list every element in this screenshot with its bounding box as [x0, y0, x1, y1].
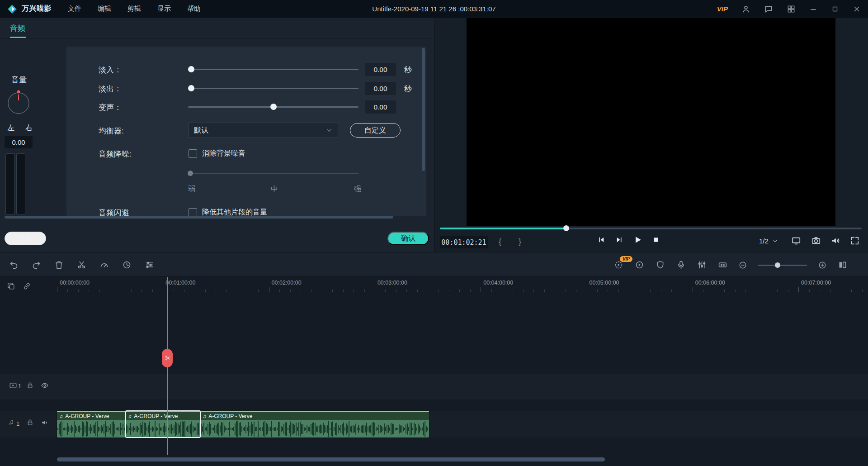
audio-track-note-icon: ♫	[8, 418, 14, 426]
menu-file[interactable]: 文件	[68, 5, 81, 13]
pitch-slider[interactable]	[188, 104, 359, 110]
ruler-label: 00:07:00:00	[801, 280, 831, 286]
record-mic-icon[interactable]	[676, 260, 686, 270]
volume-label: 音量	[11, 75, 27, 85]
zoom-out-icon[interactable]	[739, 261, 747, 269]
menu-view[interactable]: 显示	[157, 5, 171, 13]
redo-icon[interactable]	[32, 260, 41, 270]
panel-vertical-scrollbar[interactable]	[422, 48, 425, 171]
timeline-ruler[interactable]: 00:00:00:0000:01:00:0000:02:00:0000:03:0…	[0, 277, 868, 294]
audio-clip[interactable]: ♫A-GROUP - Verve	[57, 411, 126, 437]
timeline-zoom-handle[interactable]	[775, 262, 780, 268]
seek-bar[interactable]	[440, 228, 862, 229]
chevron-down-icon	[326, 127, 332, 133]
greenscreen-shield-icon[interactable]	[656, 260, 665, 270]
adjust-properties-icon[interactable]	[145, 260, 154, 270]
zoom-in-icon[interactable]	[818, 261, 826, 269]
menubar: 文件编辑剪辑显示帮助	[68, 5, 201, 13]
seek-bar-fill	[440, 228, 566, 229]
playhead-scissors-handle[interactable]	[162, 349, 173, 367]
level-mid-label: 中	[271, 185, 278, 194]
split-view-icon[interactable]	[838, 260, 847, 270]
split-scissors-icon[interactable]	[77, 260, 86, 270]
delete-icon[interactable]	[54, 260, 64, 270]
pitch-value-field[interactable]: 0.00	[365, 100, 396, 114]
fade-out-value-field[interactable]: 0.00	[365, 82, 396, 95]
video-track-visibility-eye-icon[interactable]	[41, 381, 49, 390]
fade-in-slider[interactable]	[188, 66, 359, 72]
preview-timecode: 00:01:02:21	[440, 236, 488, 248]
minimize-button[interactable]	[809, 5, 817, 13]
level-strong-label: 强	[354, 185, 361, 194]
ducking-option-label: 降低其他片段的音量	[202, 208, 267, 216]
menu-help[interactable]: 帮助	[187, 5, 201, 13]
menu-clip[interactable]: 剪辑	[127, 5, 141, 13]
video-track-lock-icon[interactable]	[26, 381, 34, 389]
account-icon[interactable]	[741, 5, 750, 14]
fade-in-label: 淡入：	[99, 65, 122, 75]
audio-clip[interactable]: ♫A-GROUP - Verve	[200, 411, 429, 437]
timeline-toolbar: VIP	[0, 252, 868, 277]
app-brand: 万兴喵影	[22, 4, 52, 14]
menu-edit[interactable]: 编辑	[98, 5, 111, 13]
ruler-label: 00:02:00:00	[272, 280, 302, 286]
fade-in-unit: 秒	[404, 65, 412, 75]
fullscreen-icon[interactable]	[850, 236, 860, 246]
audio-settings-card: 淡入： 0.00 秒 淡出： 0.00 秒 变声： 0.00 均衡器: 默认	[66, 47, 426, 216]
volume-value-field[interactable]: 0.00	[5, 136, 33, 148]
speed-icon[interactable]	[99, 260, 109, 270]
preview-scale-dropdown[interactable]: 1/2	[759, 237, 778, 245]
clip-name: A-GROUP - Verve	[65, 413, 109, 419]
panel-horizontal-scrollbar[interactable]	[5, 216, 393, 219]
audio-track-mute-speaker-icon[interactable]	[41, 418, 49, 427]
audio-track-lock-icon[interactable]	[26, 418, 34, 426]
layout-grid-icon[interactable]	[787, 5, 796, 14]
ducking-checkbox[interactable]	[189, 208, 197, 216]
audio-mixer-icon[interactable]	[697, 260, 707, 270]
secondary-monitor-icon[interactable]	[791, 236, 801, 246]
tab-audio[interactable]: 音频	[10, 23, 25, 33]
confirm-button[interactable]: 确认	[387, 232, 429, 245]
mark-out-button[interactable]: }	[519, 237, 521, 247]
timeline-horizontal-scrollbar[interactable]	[57, 457, 605, 461]
fade-out-slider[interactable]	[188, 85, 359, 91]
play-button[interactable]	[633, 235, 642, 244]
ruler-label: 00:04:00:00	[483, 280, 513, 286]
play-render-icon[interactable]	[635, 260, 644, 270]
clip-name: A-GROUP - Verve	[208, 413, 252, 419]
snapshot-camera-icon[interactable]	[811, 236, 821, 246]
vip-button[interactable]: VIP	[717, 5, 728, 13]
denoise-strength-slider[interactable]	[188, 170, 359, 176]
denoise-checkbox[interactable]	[189, 149, 197, 158]
feedback-icon[interactable]	[764, 5, 773, 14]
video-track-lane[interactable]	[0, 374, 868, 399]
equalizer-label: 均衡器:	[99, 126, 124, 136]
equalizer-dropdown[interactable]: 默认	[188, 123, 338, 138]
fade-in-value-field[interactable]: 0.00	[365, 63, 396, 76]
pitch-label: 变声：	[99, 102, 122, 113]
duration-clock-icon[interactable]	[122, 260, 132, 270]
equalizer-selected: 默认	[194, 126, 208, 135]
transport-controls	[597, 235, 660, 244]
equalizer-customize-button[interactable]: 自定义	[350, 123, 401, 138]
next-frame-button[interactable]	[615, 236, 623, 244]
render-preview-icon[interactable]: VIP	[614, 260, 623, 270]
speaker-volume-icon[interactable]	[830, 236, 840, 246]
seek-bar-handle[interactable]	[563, 225, 569, 231]
timeline-zoom-slider[interactable]	[758, 262, 807, 268]
stop-button[interactable]	[652, 236, 660, 243]
ruler-label: 00:05:00:00	[590, 280, 619, 286]
ripple-edit-icon[interactable]	[718, 260, 727, 270]
preview-panel: 00:01:02:21 { } 1/2	[434, 18, 868, 252]
audio-clip[interactable]: ♫A-GROUP - Verve	[126, 411, 200, 437]
undo-icon[interactable]	[9, 260, 19, 270]
maximize-button[interactable]	[831, 5, 839, 13]
fade-out-label: 淡出：	[99, 84, 122, 94]
scissors-icon	[165, 355, 170, 361]
audio-track-number: 1	[16, 420, 19, 427]
reset-button[interactable]: 重置	[5, 232, 46, 245]
mark-in-button[interactable]: {	[499, 237, 501, 247]
close-button[interactable]	[853, 5, 861, 13]
volume-knob[interactable]	[5, 88, 32, 117]
previous-frame-button[interactable]	[597, 236, 605, 244]
